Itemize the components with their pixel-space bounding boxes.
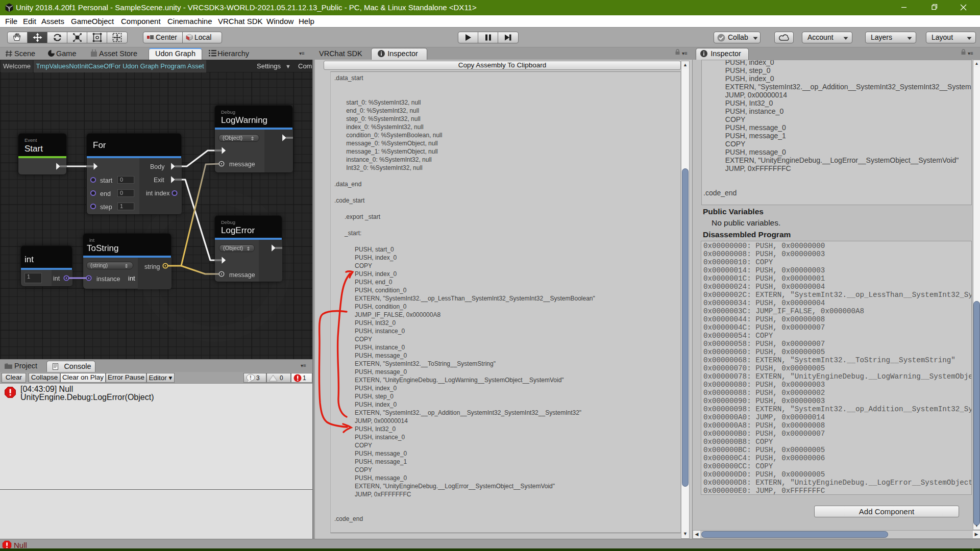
svg-text:3: 3: [256, 374, 260, 382]
svg-text:0: 0: [280, 374, 283, 382]
svg-text:!: !: [250, 375, 251, 381]
svg-text:1: 1: [303, 374, 306, 382]
